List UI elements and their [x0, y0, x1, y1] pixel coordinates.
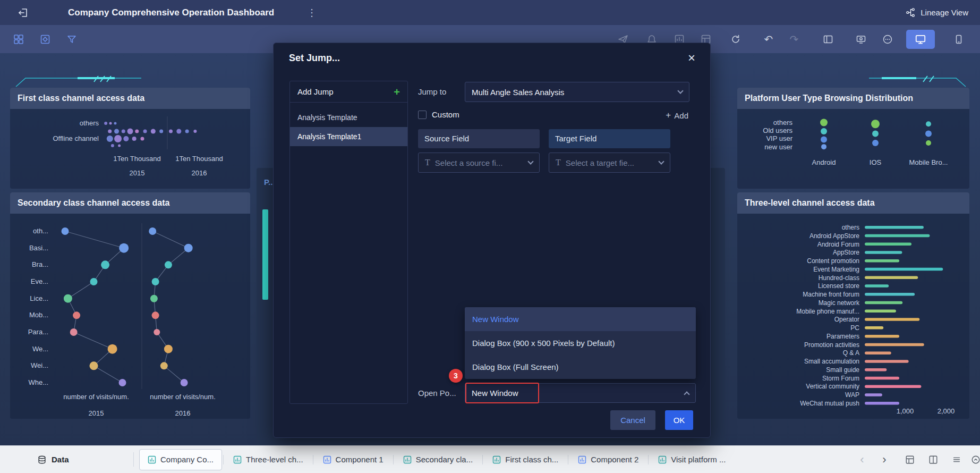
jump-to-label: Jump to [418, 87, 446, 96]
add-field-button[interactable]: + Add [666, 110, 688, 121]
set-jump-dialog: Set Jump... × Add Jump + Analysis Templa… [273, 43, 711, 438]
chart-panel-secondary-class[interactable]: Secondary class channel access data oth.… [10, 192, 250, 419]
chart-title: Secondary class channel access data [10, 192, 250, 214]
exit-icon[interactable] [18, 7, 29, 18]
source-field-header: Source Field [418, 129, 540, 148]
chart-title: First class channel access data [10, 88, 250, 109]
svg-text:Small guide: Small guide [826, 366, 859, 374]
tab-scroll-right-icon[interactable]: › [877, 453, 891, 467]
source-field-select[interactable]: T Select a source fi... [418, 153, 540, 173]
tab-list-icon[interactable] [950, 453, 964, 467]
bottom-tab[interactable]: Secondary cla... [395, 449, 482, 470]
bottom-tab[interactable]: Three-level ch... [225, 449, 312, 470]
cancel-button[interactable]: Cancel [610, 410, 655, 430]
desktop-view-button[interactable] [906, 30, 935, 49]
svg-text:oth...: oth... [33, 227, 48, 235]
more-menu-icon[interactable]: ⋮ [307, 7, 317, 19]
svg-text:We...: We... [32, 345, 48, 353]
more-options-icon[interactable] [881, 32, 894, 46]
add-jump-label: Add Jump [297, 87, 334, 96]
lineage-view-button[interactable]: Lineage View [906, 7, 968, 18]
first-class-chart: othersOffline channel1Ten Thousand20151T… [10, 109, 250, 189]
open-position-value: New Window [472, 388, 685, 398]
svg-text:others: others [773, 119, 793, 126]
display-settings-icon[interactable] [854, 32, 868, 46]
svg-text:1Ten Thousand: 1Ten Thousand [113, 155, 160, 163]
jump-template-item[interactable]: Analysis Template [290, 108, 407, 127]
svg-text:Mob...: Mob... [29, 311, 48, 319]
redo-icon[interactable]: ↷ [787, 32, 801, 46]
dashboard-grid-icon[interactable] [12, 32, 25, 46]
custom-checkbox-row[interactable]: Custom [418, 110, 459, 119]
decor-line-left [14, 75, 144, 89]
svg-text:Basi...: Basi... [29, 244, 48, 252]
split-columns-icon[interactable] [926, 453, 940, 467]
ok-button[interactable]: OK [665, 410, 693, 430]
top-bar: Company Comprehensive Operation Dashboar… [0, 0, 980, 25]
tab-label: Visit platform ... [671, 455, 726, 464]
grid-view-icon[interactable] [903, 453, 917, 467]
chart-panel-three-level[interactable]: Three-level channel access data othersAn… [737, 192, 969, 419]
tab-scroll-left-icon[interactable]: ‹ [855, 453, 869, 467]
tab-separator [568, 455, 568, 464]
svg-text:Content promotion: Content promotion [807, 257, 859, 265]
svg-text:Licensed store: Licensed store [818, 282, 859, 290]
data-label: Data [52, 455, 69, 464]
platform-user-chart: othersOld usersVIP usernew userAndroidIO… [737, 109, 969, 189]
open-position-option[interactable]: Dialog Box (900 x 500 Pixels by Default) [465, 331, 696, 355]
plus-icon: + [666, 110, 671, 121]
tab-separator [313, 455, 313, 464]
bottom-bar: Data Company Co...Three-level ch...Compo… [0, 445, 980, 473]
svg-text:VIP user: VIP user [766, 134, 792, 142]
svg-text:Small accumulation: Small accumulation [804, 358, 859, 365]
svg-text:Eve...: Eve... [31, 277, 48, 285]
svg-text:others: others [80, 119, 99, 127]
open-position-select[interactable]: New Window [465, 383, 696, 403]
bottom-tab[interactable]: First class ch... [484, 449, 567, 470]
custom-checkbox[interactable] [418, 111, 427, 119]
svg-text:Magic network: Magic network [819, 299, 860, 307]
divider [133, 452, 134, 467]
chevron-down-icon [658, 158, 664, 164]
open-position-option[interactable]: New Window [465, 307, 696, 331]
dialog-title: Set Jump... [289, 53, 340, 64]
field-type-icon: T [425, 158, 430, 167]
svg-text:Android: Android [812, 158, 836, 166]
tab-label: First class ch... [505, 455, 558, 464]
svg-text:number of visits/num.: number of visits/num. [63, 393, 129, 401]
close-icon[interactable]: × [685, 49, 698, 66]
component-icon[interactable] [38, 32, 52, 46]
svg-text:WeChat mutual push: WeChat mutual push [800, 400, 859, 407]
svg-text:Mobile phone manuf...: Mobile phone manuf... [796, 308, 859, 315]
tab-separator [648, 455, 649, 464]
sidebar-layout-icon[interactable] [821, 32, 835, 46]
chart-panel-first-class[interactable]: First class channel access data othersOf… [10, 88, 250, 189]
data-panel-button[interactable]: Data [37, 446, 69, 473]
chevron-up-icon [684, 391, 689, 397]
jump-template-item[interactable]: Analysis Template1 [290, 127, 407, 146]
tab-chart-icon [658, 455, 667, 464]
open-position-dropdown: New WindowDialog Box (900 x 500 Pixels b… [465, 307, 696, 379]
svg-text:Event Marketing: Event Marketing [813, 266, 859, 273]
source-field-placeholder: Select a source fi... [435, 158, 529, 167]
bottom-tab[interactable]: Component 1 [314, 449, 392, 470]
chart-panel-platform-user[interactable]: Platform User Type Browsing Distribution… [737, 88, 969, 189]
refresh-icon[interactable] [729, 32, 743, 46]
open-position-option[interactable]: Dialog Box (Full Screen) [465, 355, 696, 379]
target-field-select[interactable]: T Select a target fie... [549, 153, 670, 173]
filter-icon[interactable] [65, 32, 79, 46]
mobile-view-button[interactable] [952, 32, 966, 46]
tab-chart-icon [403, 455, 412, 464]
svg-text:Bra...: Bra... [32, 260, 48, 268]
add-jump-plus-icon[interactable]: + [394, 87, 400, 97]
bottom-tab[interactable]: Component 2 [569, 449, 647, 470]
svg-text:Operator: Operator [834, 316, 859, 323]
jump-to-select[interactable]: Multi Angle Sales Analysis [465, 82, 689, 102]
bottom-tab[interactable]: Company Co... [139, 449, 222, 470]
collapse-bar-icon[interactable] [969, 453, 980, 467]
tab-label: Three-level ch... [246, 455, 303, 464]
undo-icon[interactable]: ↶ [762, 32, 776, 46]
app-window: Company Comprehensive Operation Dashboar… [0, 0, 980, 473]
bottom-tab[interactable]: Visit platform ... [650, 449, 734, 470]
svg-text:2015: 2015 [130, 169, 145, 177]
